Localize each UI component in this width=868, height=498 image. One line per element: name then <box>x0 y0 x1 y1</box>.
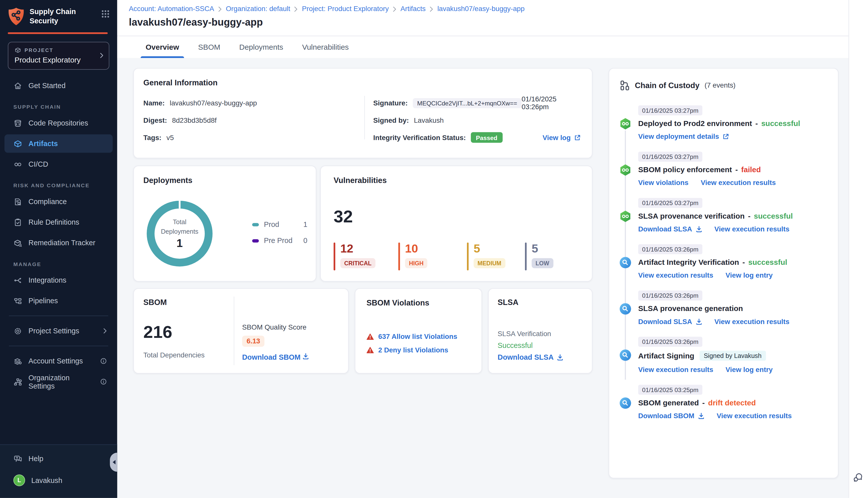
tags-label: Tags: <box>143 133 161 141</box>
tab-overview[interactable]: Overview <box>146 36 179 58</box>
sidebar-item-label: CI/CD <box>28 160 48 168</box>
signature-value[interactable]: MEQCICde2VjIT...bL+2+mqnOXw== <box>413 98 521 108</box>
sidebar-item-artifacts[interactable]: Artifacts <box>4 134 113 153</box>
sidebar-item-label: Rule Definitions <box>28 218 79 226</box>
sidebar-item-rule-definitions[interactable]: Rule Definitions <box>4 213 113 232</box>
view-execution-results-link[interactable]: View execution results <box>717 412 792 420</box>
preprod-swatch-icon <box>252 239 259 242</box>
info-icon <box>100 378 107 385</box>
sidebar-item-label: Account Settings <box>28 357 83 365</box>
severity-bar <box>334 243 335 270</box>
sidebar-divider <box>9 346 108 346</box>
view-execution-results-link[interactable]: View execution results <box>714 318 789 326</box>
sidebar-item-get-started[interactable]: Get Started <box>4 77 113 95</box>
sidebar-item-compliance[interactable]: Compliance <box>4 193 113 211</box>
breadcrumb-project[interactable]: Project: Product Exploratory <box>302 5 389 13</box>
chat-support-icon[interactable] <box>853 472 864 483</box>
chain-of-custody-card: Chain of Custody (7 events) 01/16/2025 0… <box>609 68 838 479</box>
view-deployment-details-link[interactable]: View deployment details <box>638 133 729 141</box>
breadcrumb-account[interactable]: Account: Automation-SSCA <box>129 5 214 13</box>
sidebar-item-remediation-tracker[interactable]: Remediation Tracker <box>4 234 113 252</box>
card-title: SBOM <box>143 298 339 307</box>
name-label: Name: <box>143 99 165 107</box>
download-slsa-link[interactable]: Download SLSA <box>497 353 563 361</box>
sidebar-item-cicd[interactable]: CI/CD <box>4 155 113 173</box>
tab-vulnerabilities[interactable]: Vulnerabilities <box>302 36 349 58</box>
artifact-tags: v5 <box>167 133 174 141</box>
events-count: (7 events) <box>704 81 735 89</box>
project-selector[interactable]: PROJECT Product Exploratory <box>8 42 109 70</box>
download-slsa-link[interactable]: Download SLSA <box>638 318 702 326</box>
sidebar: Supply Chain Security PROJECT Product Ex… <box>0 0 117 498</box>
tab-bar: Overview SBOM Deployments Vulnerabilitie… <box>117 36 848 58</box>
view-log-entry-link[interactable]: View log entry <box>726 366 773 374</box>
download-sbom-label: Download SBOM <box>242 353 301 361</box>
view-violations-link[interactable]: View violations <box>638 179 688 187</box>
pipelines-icon <box>13 297 22 305</box>
allow-list-violations-link[interactable]: 637 Allow list Violations <box>378 333 457 341</box>
vulnerabilities-card: Vulnerabilities 32 12 CRITICAL 10 HIGH 5… <box>320 166 593 281</box>
integrations-icon <box>13 276 22 285</box>
sidebar-item-account-settings[interactable]: Account Settings <box>4 352 113 370</box>
external-link-icon <box>574 134 581 141</box>
external-link-icon <box>722 133 729 140</box>
deployments-card: Deployments Total Deployments 1 Prod 1 <box>133 166 316 281</box>
module-grid-icon[interactable] <box>102 10 109 18</box>
deny-list-violations-link[interactable]: 2 Deny list Violations <box>378 346 448 354</box>
chain-of-custody-icon <box>620 80 630 90</box>
home-icon <box>13 81 22 90</box>
sidebar-item-organization-settings[interactable]: Organization Settings <box>4 372 113 391</box>
event-timestamp: 01/16/2025 03:27pm <box>638 152 702 162</box>
sbom-total-label: Total Dependencies <box>143 351 205 359</box>
separator: - <box>748 212 750 220</box>
view-execution-results-link[interactable]: View execution results <box>701 179 776 187</box>
card-title: Deployments <box>143 176 307 185</box>
legend-item-prod[interactable]: Prod 1 <box>252 220 308 228</box>
view-log-link[interactable]: View log <box>543 133 581 141</box>
sidebar-item-pipelines[interactable]: Pipelines <box>4 292 113 310</box>
warning-triangle-icon <box>366 333 374 340</box>
severity-count: 5 <box>532 242 538 255</box>
breadcrumb-current[interactable]: lavakush07/easy-buggy-app <box>437 5 524 13</box>
sidebar-item-code-repositories[interactable]: Code Repositories <box>4 114 113 132</box>
sidebar-item-project-settings[interactable]: Project Settings <box>4 322 113 340</box>
sidebar-item-label: Remediation Tracker <box>28 239 95 247</box>
download-sbom-link[interactable]: Download SBOM <box>242 353 309 361</box>
legend-item-preprod[interactable]: Pre Prod 0 <box>252 236 308 245</box>
signature-label: Signature: <box>373 99 407 107</box>
deployments-donut-chart: Total Deployments 1 <box>143 197 216 270</box>
sidebar-item-label: Organization Settings <box>28 374 94 390</box>
link-label: Download SLSA <box>638 318 692 326</box>
sbom-quality-score-label: SBOM Quality Score <box>242 323 309 331</box>
breadcrumb-organization[interactable]: Organization: default <box>226 5 290 13</box>
sidebar-item-help[interactable]: Help <box>4 449 113 468</box>
view-execution-results-link[interactable]: View execution results <box>638 272 713 279</box>
breadcrumb-artifacts[interactable]: Artifacts <box>400 5 426 13</box>
download-slsa-link[interactable]: Download SLSA <box>638 225 702 233</box>
sbom-violations-card: SBOM Violations 637 Allow list Violation… <box>355 288 482 374</box>
link-label: View deployment details <box>638 133 719 141</box>
scan-step-icon <box>619 349 632 361</box>
event-status: failed <box>741 166 761 174</box>
severity-medium: 5 MEDIUM <box>467 243 505 270</box>
sidebar-item-label: Help <box>28 455 43 463</box>
event-status: successful <box>748 258 787 266</box>
compliance-doc-icon <box>13 197 22 206</box>
sidebar-item-integrations[interactable]: Integrations <box>4 271 113 289</box>
user-menu[interactable]: L Lavakush <box>4 470 113 490</box>
event-title: Deployed to Prod2 environment <box>638 119 752 128</box>
total-deployments-value: 1 <box>177 237 183 249</box>
view-execution-results-link[interactable]: View execution results <box>638 366 713 374</box>
separator: - <box>742 258 745 266</box>
view-execution-results-link[interactable]: View execution results <box>714 225 789 233</box>
tab-deployments[interactable]: Deployments <box>239 36 283 58</box>
sidebar-footer: Help L Lavakush <box>0 445 117 498</box>
artifact-name: lavakush07/easy-buggy-app <box>170 99 257 107</box>
download-sbom-link[interactable]: Download SBOM <box>638 412 704 420</box>
event-timestamp: 01/16/2025 03:27pm <box>638 198 702 208</box>
severity-high: 10 HIGH <box>398 243 427 270</box>
custody-event: 01/16/2025 03:26pm Artifact Integrity Ve… <box>619 244 829 279</box>
severity-bar <box>467 243 469 270</box>
view-log-entry-link[interactable]: View log entry <box>726 272 773 279</box>
tab-sbom[interactable]: SBOM <box>198 36 220 58</box>
